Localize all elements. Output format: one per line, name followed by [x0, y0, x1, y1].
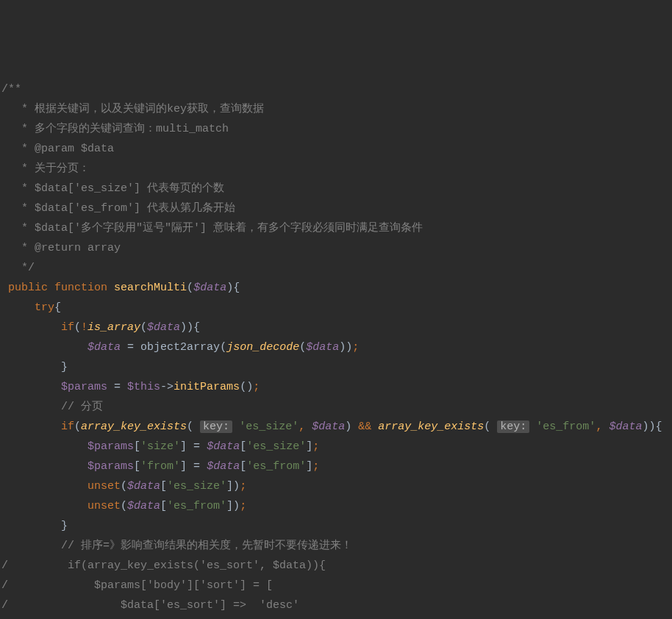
bracket: ] [306, 440, 312, 453]
assign: = [114, 381, 121, 393]
bracket: ] [180, 460, 187, 473]
paren-open: ( [187, 282, 193, 294]
var-data: $data [609, 421, 642, 433]
paren: ( [484, 421, 490, 433]
keyword-unset: unset [87, 480, 121, 493]
semi: ; [253, 381, 260, 393]
docblock-l4: * 关于分页： [15, 162, 90, 175]
paren: )){ [180, 321, 200, 334]
str-es-size: 'es_size' [246, 440, 306, 453]
bracket: [ [240, 440, 246, 453]
docblock-l3: * @param $data [15, 143, 114, 155]
str-size: 'size' [140, 440, 180, 453]
docblock-l7: * $data['多个字段用"逗号"隔开'] 意味着，有多个字段必须同时满足查询… [15, 222, 423, 235]
comma: , [596, 421, 602, 433]
not-op: ! [81, 321, 87, 334]
semi: ; [312, 440, 319, 453]
paren: ( [299, 341, 306, 354]
close-brace: } [61, 361, 68, 373]
str-es-from: 'es_from' [536, 421, 596, 433]
hint-key: key: [200, 421, 232, 433]
docblock-l2: * 多个字段的关键词查询：multi_match [15, 123, 229, 135]
keyword-if: if [61, 421, 74, 433]
docblock-l1: * 根据关键词，以及关键词的key获取，查询数据 [15, 103, 264, 115]
semi: ; [240, 500, 246, 512]
fn-ake: array_key_exists [81, 421, 187, 433]
paren: ( [74, 321, 81, 334]
param-data: $data [193, 282, 226, 294]
str-es-from: 'es_from' [167, 500, 226, 512]
var-data: $data [207, 460, 240, 473]
docblock-open: /** [1, 83, 21, 96]
var-data: $data [87, 341, 121, 354]
fn-ake: array_key_exists [378, 421, 484, 433]
bracket: [ [134, 460, 140, 473]
var-params: $params [61, 381, 107, 393]
paren: ) [345, 421, 351, 433]
semi: ; [240, 480, 246, 493]
keyword-public: public [8, 282, 48, 294]
str-es-from: 'es_from' [246, 460, 306, 473]
commented-code-3: / $data['es_sort'] => 'desc' [1, 599, 299, 612]
semi: ; [352, 341, 359, 354]
paren: ( [74, 421, 81, 433]
str-from: 'from' [140, 460, 180, 473]
var-data: $data [312, 421, 345, 433]
var-data: $data [207, 440, 240, 453]
fn-init-params: initParams [174, 381, 240, 393]
method-name: searchMulti [114, 282, 187, 294]
paren: ( [187, 421, 193, 433]
str-es-size: 'es_size' [239, 421, 299, 433]
paren: ( [220, 341, 226, 354]
paren: ( [121, 480, 127, 493]
hint-key: key: [497, 421, 529, 433]
fn-is-array: is_array [87, 321, 140, 334]
bracket: ]) [226, 480, 240, 493]
assign: = [193, 460, 200, 473]
var-this: $this [127, 381, 160, 393]
keyword-unset: unset [87, 500, 121, 512]
comma: , [299, 421, 305, 433]
bracket: ]) [226, 500, 240, 512]
semi: ; [312, 460, 319, 473]
paren: ( [140, 321, 147, 334]
str-es-size: 'es_size' [167, 480, 226, 493]
paren: )) [339, 341, 352, 354]
var-data: $data [127, 500, 160, 512]
brace-open: { [233, 282, 240, 294]
and-op: && [358, 421, 371, 433]
docblock-l6: * $data['es_from'] 代表从第几条开始 [15, 202, 235, 215]
keyword-if: if [61, 321, 74, 334]
var-params: $params [87, 460, 134, 473]
comment-sort: // 排序=》影响查询结果的相关度，先暂时不要传递进来！ [61, 540, 352, 552]
var-data: $data [306, 341, 339, 354]
paren: ( [121, 500, 127, 512]
try-brace: { [54, 301, 61, 314]
comment-pagination: // 分页 [61, 401, 103, 413]
fn-obj2arr: object2array [140, 341, 220, 354]
bracket: [ [240, 460, 246, 473]
var-data: $data [147, 321, 180, 334]
commented-code-2: / $params['body']['sort'] = [ [1, 579, 273, 592]
docblock-close: */ [15, 262, 35, 274]
commented-code-1: / if(array_key_exists('es_sort', $data))… [1, 559, 326, 572]
close-brace: } [61, 520, 68, 532]
var-data: $data [127, 480, 160, 493]
paren: () [240, 381, 253, 393]
arrow: -> [160, 381, 174, 393]
docblock-l5: * $data['es_size'] 代表每页的个数 [15, 182, 224, 195]
bracket: [ [160, 480, 167, 493]
bracket: [ [134, 440, 140, 453]
code-editor-viewport: /** * 根据关键词，以及关键词的key获取，查询数据 * 多个字段的关键词查… [0, 79, 672, 619]
paren: )){ [642, 421, 662, 433]
assign: = [193, 440, 200, 453]
assign: = [127, 341, 134, 354]
var-params: $params [87, 440, 134, 453]
bracket: [ [160, 500, 167, 512]
keyword-try: try [35, 301, 54, 314]
paren-close: ) [226, 282, 233, 294]
fn-json-decode: json_decode [226, 341, 299, 354]
keyword-function: function [54, 282, 107, 294]
bracket: ] [306, 460, 312, 473]
docblock-l8: * @return array [15, 242, 121, 254]
